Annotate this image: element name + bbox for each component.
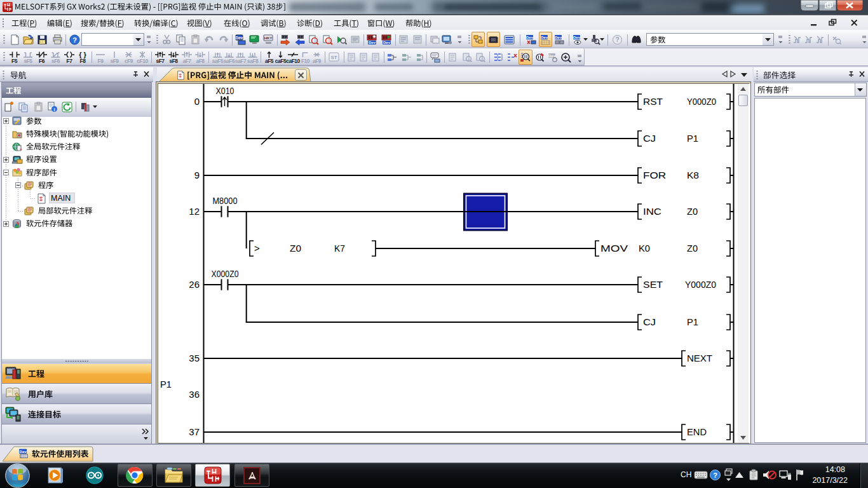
svg-text:P1: P1 xyxy=(687,316,698,327)
svg-text:Dev: Dev xyxy=(236,36,243,40)
svg-text:ST: ST xyxy=(330,55,337,60)
svg-text:X000Z0: X000Z0 xyxy=(212,268,239,279)
svg-text:RST: RST xyxy=(643,96,663,107)
svg-text:Dev: Dev xyxy=(526,36,534,39)
svg-text:?: ? xyxy=(713,471,717,479)
svg-text:?: ? xyxy=(615,36,619,43)
svg-text:Z0: Z0 xyxy=(687,206,698,217)
svg-text:i: i xyxy=(53,107,55,112)
svg-text:Dev: Dev xyxy=(548,54,556,58)
svg-text:Y000Z0: Y000Z0 xyxy=(685,279,716,290)
svg-text:K7: K7 xyxy=(334,243,345,254)
svg-text:Dev: Dev xyxy=(369,41,376,44)
svg-text:P1: P1 xyxy=(160,379,172,390)
svg-text:END: END xyxy=(687,426,707,437)
svg-text:SET: SET xyxy=(643,279,663,290)
svg-text:K0: K0 xyxy=(639,243,650,254)
svg-text:Dev: Dev xyxy=(573,36,581,39)
svg-text:26: 26 xyxy=(189,279,200,290)
svg-text:37: 37 xyxy=(189,426,200,437)
svg-text:HKY: HKY xyxy=(264,36,273,40)
svg-text:Dev: Dev xyxy=(20,449,27,454)
svg-text:Y000Z0: Y000Z0 xyxy=(687,96,716,107)
svg-text:Z0: Z0 xyxy=(687,243,698,254)
svg-text:CJ: CJ xyxy=(643,316,656,327)
svg-text:0: 0 xyxy=(194,96,200,107)
svg-text:P1: P1 xyxy=(687,133,698,144)
svg-text:9: 9 xyxy=(194,170,200,180)
svg-text:MOV: MOV xyxy=(600,243,628,254)
svg-text:NEXT: NEXT xyxy=(687,353,712,363)
svg-text:INC: INC xyxy=(643,206,661,217)
svg-text:Z0: Z0 xyxy=(290,243,301,254)
svg-text:36: 36 xyxy=(189,389,200,400)
svg-text:12: 12 xyxy=(189,206,200,217)
svg-text:Dev: Dev xyxy=(383,41,391,44)
svg-text:FOR: FOR xyxy=(643,170,666,180)
svg-text:>: > xyxy=(254,243,260,254)
svg-text:X010: X010 xyxy=(216,85,234,96)
svg-text:M8000: M8000 xyxy=(213,195,238,206)
svg-text:CJ: CJ xyxy=(643,133,656,144)
svg-text:35: 35 xyxy=(189,353,200,363)
svg-text:K8: K8 xyxy=(687,170,699,180)
svg-text:?: ? xyxy=(72,36,77,44)
svg-text:Dev: Dev xyxy=(541,36,548,39)
svg-text:Dev: Dev xyxy=(555,36,562,39)
